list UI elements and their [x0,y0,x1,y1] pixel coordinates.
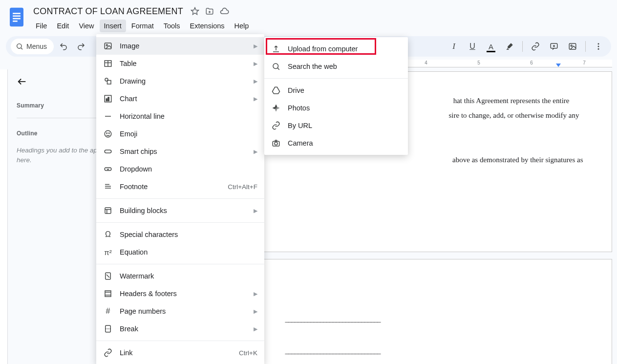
menu-format[interactable]: Format [127,20,158,32]
insert-image-button[interactable] [565,39,580,54]
more-button[interactable] [591,39,606,54]
insert-page-numbers[interactable]: # Page numbers ▶ [96,302,264,320]
insert-drawing-label: Drawing [120,77,247,85]
ruler-num-7: 7 [583,60,586,65]
svg-point-46 [273,64,278,69]
undo-button[interactable] [56,39,71,54]
search-the-web[interactable]: Search the web [264,58,408,75]
svg-marker-48 [273,87,280,94]
chart-icon [103,94,113,104]
menu-extensions[interactable]: Extensions [186,20,229,32]
svg-rect-17 [105,43,111,49]
menu-separator [264,78,408,79]
insert-emoji[interactable]: Emoji [96,125,264,143]
insert-link-label: Link [120,349,232,357]
svg-marker-5 [191,8,198,15]
menu-tools[interactable]: Tools [159,20,185,32]
move-icon[interactable] [205,6,214,16]
chevron-right-icon: ▶ [254,78,257,85]
insert-footnote[interactable]: Footnote Ctrl+Alt+F [96,178,264,195]
svg-point-28 [105,130,111,137]
menus-search[interactable]: Menus [11,39,54,54]
svg-rect-2 [13,16,21,17]
signature-line-2: ______________________________ [285,345,568,357]
image-from-photos[interactable]: Photos [264,99,408,117]
svg-point-14 [598,46,599,47]
insert-special-characters[interactable]: Ω Special characters [96,226,264,243]
insert-image[interactable]: Image ▶ [96,37,264,55]
pi-icon: π² [103,247,113,257]
insert-link-button[interactable] [528,39,543,54]
insert-image-label: Image [120,42,247,50]
insert-dropdown-item[interactable]: Dropdown [96,160,264,178]
insert-table[interactable]: Table ▶ [96,55,264,72]
drive-icon [271,86,281,95]
menu-insert[interactable]: Insert [100,20,126,32]
ruler-num-4: 4 [425,60,427,65]
svg-rect-44 [106,325,111,332]
emoji-icon [103,129,113,139]
upload-label: Upload from computer [288,45,401,53]
menu-separator [96,222,264,223]
menu-help[interactable]: Help [230,20,254,32]
menu-view[interactable]: View [74,20,98,32]
doc-title[interactable]: CONTRACT OF LOAN AGREEMENT [31,5,185,18]
doc-text-line-1: hat this Agreement represents the entire [453,95,570,107]
svg-rect-11 [569,43,576,49]
chevron-right-icon: ▶ [254,61,257,67]
photos-icon [271,103,281,113]
image-from-drive[interactable]: Drive [264,82,408,99]
menu-edit[interactable]: Edit [52,20,73,32]
docs-logo[interactable] [8,6,25,28]
insert-horizontal-line[interactable]: Horizontal line [96,107,264,125]
break-icon [103,324,113,334]
insert-chart[interactable]: Chart ▶ [96,90,264,107]
insert-drawing[interactable]: Drawing ▶ [96,72,264,90]
text-color-button[interactable]: A [484,39,498,54]
image-by-url[interactable]: By URL [264,117,408,134]
svg-rect-36 [105,208,111,214]
add-comment-button[interactable] [547,39,561,54]
footnote-shortcut: Ctrl+Alt+F [228,183,257,191]
redo-button[interactable] [74,39,88,54]
chevron-right-icon: ▶ [254,308,257,315]
insert-buildingblocks-label: Building blocks [120,207,247,214]
doc-text-line-3: above as demonstrated by their signature… [452,154,583,166]
insert-specialchars-label: Special characters [120,231,257,238]
italic-button[interactable]: I [447,39,461,54]
svg-point-18 [106,44,107,46]
insert-hline-label: Horizontal line [120,112,257,120]
page-numbers-icon: # [103,306,113,316]
image-from-camera[interactable]: Camera [264,134,408,152]
svg-rect-41 [105,291,111,297]
insert-headers-footers[interactable]: Headers & footers ▶ [96,285,264,302]
image-submenu: Upload from computer Search the web Driv… [264,37,408,155]
search-web-label: Search the web [288,63,401,70]
ruler-num-6: 6 [530,60,533,65]
dropdown-icon [103,164,113,174]
svg-point-15 [598,48,599,50]
chevron-right-icon: ▶ [254,43,257,49]
highlight-button[interactable] [502,39,517,54]
upload-from-computer[interactable]: Upload from computer [264,40,408,58]
insert-equation[interactable]: π² Equation [96,243,264,261]
insert-watermark[interactable]: Watermark [96,267,264,285]
insert-building-blocks[interactable]: Building blocks ▶ [96,202,264,219]
insert-link[interactable]: Link Ctrl+K [96,344,264,362]
ruler-vertical[interactable] [0,69,8,364]
search-icon [271,62,281,71]
camera-label: Camera [288,139,401,147]
insert-break[interactable]: Break ▶ [96,320,264,338]
insert-smart-chips[interactable]: Smart chips ▶ [96,143,264,160]
insert-table-label: Table [120,60,247,67]
ruler-indent-marker[interactable] [556,64,561,67]
ruler-num-5: 5 [477,60,480,65]
cloud-status-icon[interactable] [219,6,229,16]
underline-button[interactable]: U [465,39,480,54]
header: CONTRACT OF LOAN AGREEMENT File Edit Vie… [0,0,617,32]
star-icon[interactable] [190,6,200,16]
svg-point-6 [17,44,21,48]
menu-file[interactable]: File [31,20,51,32]
headers-footers-icon [103,289,113,299]
omega-icon: Ω [103,230,113,239]
